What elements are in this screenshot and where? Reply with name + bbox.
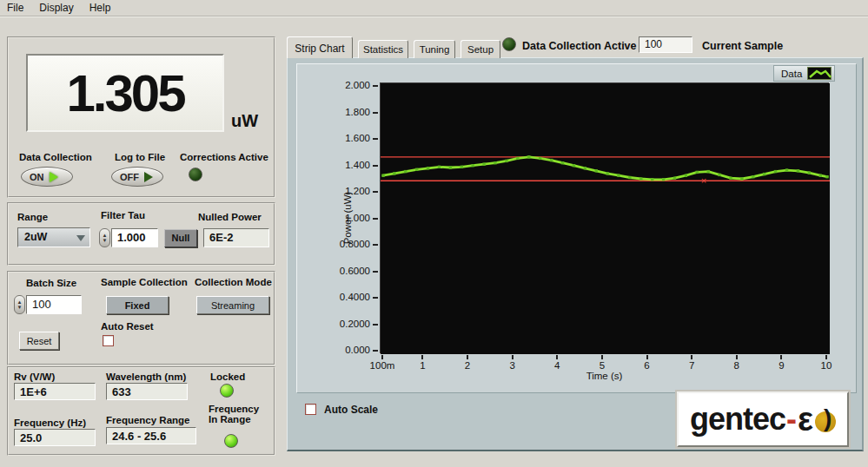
menu-item-file[interactable]: File: [7, 2, 23, 14]
x-tick-label: 2: [448, 360, 487, 371]
y-tick-label: 2.000: [320, 80, 370, 90]
strip-chart-page: Data × Power (uW) Time (s) 2.0001.8001.6…: [287, 57, 864, 451]
y-tick-label: 1.200: [320, 186, 370, 196]
current-sample-field: 100: [639, 36, 692, 53]
auto-reset-checkbox[interactable]: [103, 335, 114, 346]
y-tick-mark: [373, 138, 378, 140]
x-tick-label: 3: [494, 360, 532, 371]
x-tick-label: 1: [403, 360, 441, 371]
x-tick-mark: [825, 355, 827, 359]
wavelength-field: 633: [106, 383, 188, 400]
plot-area: ×: [380, 82, 829, 353]
logo-word: gentec: [690, 401, 785, 437]
x-tick-mark: [601, 355, 603, 359]
reset-button[interactable]: Reset: [19, 332, 59, 350]
collection-mode-label: Collection Mode: [195, 277, 272, 287]
power-readout-display: 1.305: [26, 54, 224, 132]
x-tick-mark: [556, 355, 558, 359]
y-tick-mark: [373, 297, 378, 299]
auto-reset-label: Auto Reset: [101, 321, 154, 332]
logo-paren: ): [824, 405, 832, 432]
y-tick-mark: [373, 271, 378, 273]
strip-chart-graph: Data × Power (uW) Time (s) 2.0001.8001.6…: [296, 63, 857, 393]
corrections-active-label: Corrections Active: [180, 152, 268, 162]
null-button[interactable]: Null: [164, 229, 197, 247]
range-panel: Range Filter Tau Nulled Power 2uW ▲▼ 1.0…: [7, 202, 275, 266]
y-tick-mark: [373, 191, 378, 193]
logo-hyphen: -: [786, 401, 797, 437]
chevron-down-icon: [76, 235, 85, 241]
batch-panel: Batch Size Sample Collection Collection …: [7, 271, 275, 365]
log-to-file-state: OFF: [120, 172, 139, 182]
frequency-range-label: Frequency Range: [106, 415, 190, 425]
data-collection-toggle[interactable]: ON: [21, 167, 73, 187]
nulled-power-label: Nulled Power: [198, 212, 262, 222]
locked-led: [220, 384, 234, 398]
x-tick-label: 6: [628, 360, 666, 371]
range-value: 2uW: [24, 231, 47, 243]
logo-epsilon: ε: [798, 401, 813, 438]
logo-disc-icon: ): [815, 411, 836, 432]
x-axis-title: Time (s): [380, 371, 829, 381]
menu-bar: FileDisplayHelp: [0, 0, 868, 16]
current-sample-label: Current Sample: [702, 40, 783, 52]
y-tick-label: 0.000: [320, 345, 370, 355]
y-tick-mark: [373, 350, 378, 352]
tab-statistics[interactable]: Statistics: [358, 40, 408, 58]
tab-strip-chart[interactable]: Strip Chart: [287, 36, 353, 58]
batch-size-spinner[interactable]: ▲▼: [14, 295, 25, 314]
auto-scale-checkbox[interactable]: [305, 404, 316, 415]
data-collection-label: Data Collection: [19, 152, 92, 162]
wavelength-label: Wavelength (nm): [106, 372, 186, 382]
y-tick-mark: [373, 324, 378, 326]
sample-collection-button[interactable]: Fixed: [106, 296, 169, 314]
log-to-file-toggle[interactable]: OFF: [111, 167, 163, 187]
log-to-file-label: Log to File: [115, 152, 165, 162]
y-tick-label: 0.6000: [320, 266, 370, 276]
batch-size-field[interactable]: 100: [26, 295, 82, 314]
y-tick-label: 1.800: [320, 107, 370, 117]
y-tick-label: 0.4000: [320, 292, 370, 302]
menu-item-help[interactable]: Help: [89, 2, 111, 14]
tab-setup[interactable]: Setup: [461, 40, 500, 58]
collection-mode-button[interactable]: Streaming: [196, 296, 269, 314]
y-tick-label: 1.600: [320, 133, 370, 143]
range-dropdown[interactable]: 2uW: [17, 227, 90, 247]
x-tick-label: 10: [807, 360, 845, 371]
filter-tau-spinner[interactable]: ▲▼: [99, 228, 110, 247]
data-collection-active-led: [502, 37, 516, 51]
x-tick-label: 100m: [363, 360, 401, 371]
calibration-panel: Rv (V/W) 1E+6 Wavelength (nm) 633 Locked…: [7, 366, 275, 456]
legend-label: Data: [781, 69, 802, 79]
x-tick-mark: [381, 355, 383, 359]
x-tick-label: 5: [583, 360, 621, 371]
x-tick-label: 4: [538, 360, 576, 371]
filter-tau-field[interactable]: 1.000: [111, 228, 158, 247]
x-tick-mark: [421, 355, 423, 359]
rv-label: Rv (V/W): [14, 372, 55, 382]
frequency-in-range-label: Frequency In Range: [209, 404, 259, 424]
toggle-arrow-icon: [50, 172, 58, 182]
y-tick-mark: [373, 85, 378, 87]
tab-tuning[interactable]: Tuning: [414, 40, 455, 58]
batch-size-label: Batch Size: [26, 278, 76, 288]
frequency-range-field: 24.6 - 25.6: [106, 427, 196, 444]
rv-field: 1E+6: [14, 383, 96, 400]
locked-label: Locked: [210, 372, 245, 382]
x-tick-label: 9: [762, 360, 800, 371]
y-tick-label: 0.8000: [320, 239, 370, 249]
nulled-power-field: 6E-2: [203, 228, 269, 247]
menu-item-display[interactable]: Display: [39, 2, 73, 14]
plot-legend[interactable]: Data: [773, 65, 835, 82]
toggle-arrow-icon: [144, 172, 153, 182]
x-tick-mark: [780, 355, 782, 359]
y-tick-label: 1.000: [320, 213, 370, 223]
display-panel: 1.305 uW Data Collection Log to File Cor…: [7, 36, 275, 198]
sample-collection-label: Sample Collection: [101, 277, 188, 287]
auto-scale-label: Auto Scale: [324, 404, 378, 416]
x-tick-label: 7: [673, 360, 711, 371]
data-collection-state: ON: [30, 172, 44, 182]
plot-cursor[interactable]: ×: [701, 175, 706, 186]
gentec-logo: gentec - ε ): [677, 391, 849, 447]
y-tick-mark: [373, 112, 378, 114]
